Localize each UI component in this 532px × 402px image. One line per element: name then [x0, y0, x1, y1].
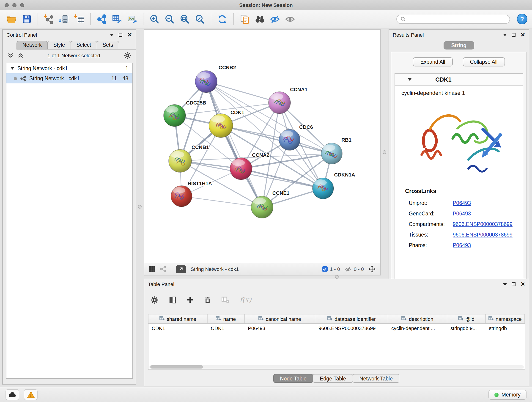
- new-network-button[interactable]: [95, 12, 109, 26]
- tree-expand-icon[interactable]: [11, 67, 14, 70]
- network-table-button[interactable]: [110, 12, 124, 26]
- zoom-out-button[interactable]: [163, 12, 177, 26]
- hidden-counter: 0 - 0: [345, 266, 364, 273]
- birdseye-view-icon[interactable]: [149, 266, 155, 272]
- open-session-button[interactable]: [5, 12, 18, 26]
- column-header-id[interactable]: @id: [447, 314, 486, 323]
- network-node-CCNE1[interactable]: CCNE1: [251, 190, 289, 218]
- global-search-field[interactable]: [396, 14, 510, 24]
- table-row[interactable]: CDK1CDK1P064939606.ENSP00000378699cyclin…: [148, 324, 525, 333]
- network-collection-row[interactable]: String Network - cdk1 1: [6, 63, 133, 73]
- open-folder-icon: [6, 13, 17, 25]
- network-node-HIST1H1A[interactable]: HIST1H1A: [171, 181, 212, 207]
- panel-menu-icon[interactable]: [503, 34, 507, 36]
- network-node-CDK1[interactable]: CDK1: [209, 109, 244, 138]
- network-icon-disabled[interactable]: [160, 266, 166, 272]
- network-canvas[interactable]: CCNB2CCNA1CDC25BCDK1CDC6RB1CCNB1CCNA2CDK…: [144, 30, 380, 263]
- collapse-all-icon[interactable]: [7, 52, 14, 59]
- import-network-file-button[interactable]: [42, 12, 56, 26]
- collapse-section-icon[interactable]: [408, 78, 412, 81]
- crosslink-link[interactable]: 9606.ENSP00000378699: [453, 232, 513, 237]
- import-table-button[interactable]: [72, 12, 86, 26]
- search-input[interactable]: [409, 16, 506, 22]
- collapse-all-button[interactable]: Collapse All: [462, 57, 505, 66]
- expand-all-button[interactable]: Expand All: [413, 57, 453, 66]
- network-label: String Network - cdk1: [29, 76, 80, 81]
- memory-button[interactable]: Memory: [489, 390, 526, 400]
- tab-node-table[interactable]: Node Table: [273, 374, 313, 383]
- network-node-RB1[interactable]: RB1: [321, 137, 351, 164]
- zoom-in-icon: [149, 13, 160, 25]
- network-edge[interactable]: [181, 196, 262, 207]
- column-type-icon: [402, 316, 407, 321]
- network-node-CCNA1[interactable]: CCNA1: [268, 87, 307, 114]
- save-session-button[interactable]: [20, 12, 33, 26]
- maximize-window-button[interactable]: [20, 3, 24, 7]
- binoculars-button[interactable]: [253, 12, 267, 26]
- search-icon: [400, 16, 406, 22]
- gear-icon[interactable]: [124, 52, 131, 59]
- export-image-button[interactable]: [125, 12, 139, 26]
- warnings-button[interactable]: [24, 389, 38, 400]
- panel-float-icon[interactable]: [512, 33, 515, 37]
- vertical-splitter-grip[interactable]: [138, 205, 142, 209]
- tab-network[interactable]: Network: [17, 41, 48, 49]
- help-button[interactable]: ?: [517, 14, 527, 24]
- delete-column-icon[interactable]: [204, 296, 211, 304]
- minimize-window-button[interactable]: [12, 3, 17, 7]
- network-edge[interactable]: [221, 126, 332, 153]
- panel-close-icon[interactable]: ✕: [127, 32, 132, 38]
- panel-float-icon[interactable]: [512, 282, 515, 286]
- pan-crosshair-icon[interactable]: [368, 265, 376, 273]
- column-header-canonical-name[interactable]: canonical name: [245, 314, 315, 323]
- gene-card-header[interactable]: CDK1: [395, 74, 523, 86]
- table-cell: P06493: [245, 324, 315, 333]
- hide-selected-button[interactable]: [268, 12, 282, 26]
- tab-style[interactable]: Style: [47, 41, 71, 49]
- cloud-status-button[interactable]: [6, 389, 19, 400]
- network-edge[interactable]: [206, 82, 262, 207]
- show-columns-icon[interactable]: [169, 296, 177, 304]
- import-network-database-button[interactable]: [57, 12, 71, 26]
- add-column-icon[interactable]: [186, 296, 194, 303]
- show-all-button[interactable]: [283, 12, 297, 26]
- close-window-button[interactable]: [5, 3, 9, 7]
- vertical-splitter-grip[interactable]: [383, 150, 386, 154]
- zoom-selected-button[interactable]: [193, 12, 207, 26]
- tab-edge-table[interactable]: Edge Table: [313, 374, 353, 383]
- network-node-CDKN1A[interactable]: CDKN1A: [312, 172, 355, 199]
- column-header-name[interactable]: name: [208, 314, 245, 323]
- panel-menu-icon[interactable]: [110, 34, 114, 36]
- zoom-in-button[interactable]: [147, 12, 161, 26]
- column-header-namespace[interactable]: namespace: [486, 314, 525, 323]
- panel-float-icon[interactable]: [119, 33, 122, 37]
- scrollbar-thumb[interactable]: [150, 365, 203, 369]
- panel-close-icon[interactable]: ✕: [520, 32, 525, 38]
- column-header-description[interactable]: description: [388, 314, 447, 323]
- copy-button[interactable]: [238, 12, 252, 26]
- table-settings-gear-icon[interactable]: [151, 296, 158, 304]
- column-header-shared-name[interactable]: shared name: [148, 314, 208, 323]
- crosslink-link[interactable]: P06493: [453, 211, 471, 216]
- tab-select[interactable]: Select: [70, 41, 97, 49]
- crosslink-link[interactable]: 9606.ENSP00000378699: [453, 221, 513, 227]
- table-scrollbar[interactable]: [149, 365, 524, 369]
- expand-all-icon[interactable]: [17, 52, 24, 59]
- crosslink-link[interactable]: P06493: [453, 242, 471, 248]
- horizontal-splitter-grip[interactable]: [335, 275, 339, 279]
- crosslink-link[interactable]: P06493: [453, 200, 471, 206]
- zoom-fit-button[interactable]: [178, 12, 191, 26]
- network-row[interactable]: String Network - cdk1 11 48: [6, 73, 133, 83]
- tab-sets[interactable]: Sets: [96, 41, 119, 49]
- panel-menu-icon[interactable]: [503, 283, 507, 285]
- tab-string[interactable]: String: [443, 41, 474, 50]
- network-edge[interactable]: [241, 169, 323, 188]
- network-edge[interactable]: [206, 82, 279, 103]
- network-node-CDC6[interactable]: CDC6: [279, 124, 313, 150]
- detach-view-button[interactable]: [176, 265, 186, 273]
- tab-network-table[interactable]: Network Table: [353, 374, 399, 383]
- panel-close-icon[interactable]: ✕: [520, 281, 525, 287]
- column-header-database-identifier[interactable]: database identifier: [315, 314, 388, 323]
- selected-checkbox-icon[interactable]: [322, 266, 328, 272]
- refresh-button[interactable]: [215, 12, 229, 26]
